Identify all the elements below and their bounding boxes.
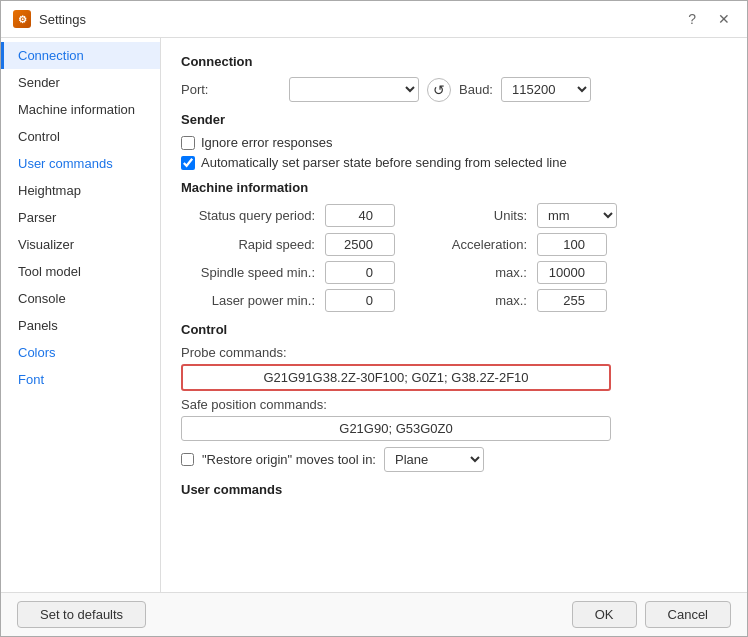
window-title: Settings — [39, 12, 86, 27]
units-select[interactable]: mm inch — [537, 203, 617, 228]
ignore-error-row: Ignore error responses — [181, 135, 727, 150]
sidebar: Connection Sender Machine information Co… — [1, 38, 161, 592]
sidebar-item-label: Colors — [18, 345, 56, 360]
spindle-min-input[interactable] — [325, 261, 395, 284]
restore-origin-label[interactable]: "Restore origin" moves tool in: — [202, 452, 376, 467]
content-area: Connection Port: ↺ Baud: 115200 9600 192… — [161, 38, 747, 592]
units-label: Units: — [443, 208, 533, 223]
set-defaults-button[interactable]: Set to defaults — [17, 601, 146, 628]
spindle-max-input[interactable] — [537, 261, 607, 284]
restore-origin-row: "Restore origin" moves tool in: Plane XY… — [181, 447, 727, 472]
sidebar-item-visualizer[interactable]: Visualizer — [1, 231, 160, 258]
sidebar-item-connection[interactable]: Connection — [1, 42, 160, 69]
sender-section-title: Sender — [181, 112, 727, 127]
safe-position-label: Safe position commands: — [181, 397, 327, 412]
sidebar-item-parser[interactable]: Parser — [1, 204, 160, 231]
sidebar-item-sender[interactable]: Sender — [1, 69, 160, 96]
restore-origin-select[interactable]: Plane XY XZ YZ — [384, 447, 484, 472]
baud-select[interactable]: 115200 9600 19200 38400 57600 230400 — [501, 77, 591, 102]
probe-commands-input[interactable] — [181, 364, 611, 391]
sidebar-item-label: Font — [18, 372, 44, 387]
footer-left: Set to defaults — [17, 601, 146, 628]
port-row: Port: ↺ Baud: 115200 9600 19200 38400 57… — [181, 77, 727, 102]
sidebar-item-label: Connection — [18, 48, 84, 63]
control-section-title: Control — [181, 322, 727, 337]
laser-min-label: Laser power min.: — [181, 293, 321, 308]
laser-min-input[interactable] — [325, 289, 395, 312]
sidebar-item-label: Control — [18, 129, 60, 144]
user-commands-section-title: User commands — [181, 482, 727, 497]
cancel-button[interactable]: Cancel — [645, 601, 731, 628]
sidebar-item-label: Machine information — [18, 102, 135, 117]
rapid-speed-row: Rapid speed: Acceleration: — [181, 233, 727, 256]
help-button[interactable]: ? — [683, 9, 701, 29]
auto-set-label[interactable]: Automatically set parser state before se… — [201, 155, 567, 170]
sidebar-item-label: Parser — [18, 210, 56, 225]
baud-label: Baud: — [459, 82, 493, 97]
sidebar-item-tool-model[interactable]: Tool model — [1, 258, 160, 285]
sidebar-item-label: Visualizer — [18, 237, 74, 252]
title-bar-left: ⚙ Settings — [13, 10, 86, 28]
spindle-min-label: Spindle speed min.: — [181, 265, 321, 280]
sidebar-item-machine-information[interactable]: Machine information — [1, 96, 160, 123]
restore-origin-checkbox[interactable] — [181, 453, 194, 466]
port-select[interactable] — [289, 77, 419, 102]
sidebar-item-font[interactable]: Font — [1, 366, 160, 393]
spindle-max-label: max.: — [443, 265, 533, 280]
dialog-footer: Set to defaults OK Cancel — [1, 592, 747, 636]
sidebar-item-label: Heightmap — [18, 183, 81, 198]
sidebar-item-heightmap[interactable]: Heightmap — [1, 177, 160, 204]
safe-position-input[interactable] — [181, 416, 611, 441]
sidebar-item-label: Tool model — [18, 264, 81, 279]
sidebar-item-panels[interactable]: Panels — [1, 312, 160, 339]
spindle-speed-row: Spindle speed min.: max.: — [181, 261, 727, 284]
connection-section-title: Connection — [181, 54, 727, 69]
footer-right: OK Cancel — [572, 601, 731, 628]
sidebar-item-label: User commands — [18, 156, 113, 171]
laser-power-row: Laser power min.: max.: — [181, 289, 727, 312]
settings-dialog: ⚙ Settings ? ✕ Connection Sender Machine… — [0, 0, 748, 637]
machine-info-section-title: Machine information — [181, 180, 727, 195]
sidebar-item-label: Console — [18, 291, 66, 306]
dialog-body: Connection Sender Machine information Co… — [1, 38, 747, 592]
close-button[interactable]: ✕ — [713, 9, 735, 29]
ok-button[interactable]: OK — [572, 601, 637, 628]
sidebar-item-colors[interactable]: Colors — [1, 339, 160, 366]
sidebar-item-label: Panels — [18, 318, 58, 333]
status-query-label: Status query period: — [181, 208, 321, 223]
app-icon: ⚙ — [13, 10, 31, 28]
acceleration-label: Acceleration: — [443, 237, 533, 252]
auto-set-row: Automatically set parser state before se… — [181, 155, 727, 170]
port-label: Port: — [181, 82, 281, 97]
sidebar-item-label: Sender — [18, 75, 60, 90]
auto-set-checkbox[interactable] — [181, 156, 195, 170]
title-bar-right: ? ✕ — [683, 9, 735, 29]
ignore-error-label[interactable]: Ignore error responses — [201, 135, 333, 150]
sidebar-item-control[interactable]: Control — [1, 123, 160, 150]
laser-max-input[interactable] — [537, 289, 607, 312]
refresh-button[interactable]: ↺ — [427, 78, 451, 102]
sidebar-item-user-commands[interactable]: User commands — [1, 150, 160, 177]
laser-max-label: max.: — [443, 293, 533, 308]
rapid-speed-label: Rapid speed: — [181, 237, 321, 252]
sidebar-item-console[interactable]: Console — [1, 285, 160, 312]
title-bar: ⚙ Settings ? ✕ — [1, 1, 747, 38]
status-query-row: Status query period: Units: mm inch — [181, 203, 727, 228]
acceleration-input[interactable] — [537, 233, 607, 256]
ignore-error-checkbox[interactable] — [181, 136, 195, 150]
status-query-input[interactable] — [325, 204, 395, 227]
rapid-speed-input[interactable] — [325, 233, 395, 256]
probe-commands-label: Probe commands: — [181, 345, 287, 360]
